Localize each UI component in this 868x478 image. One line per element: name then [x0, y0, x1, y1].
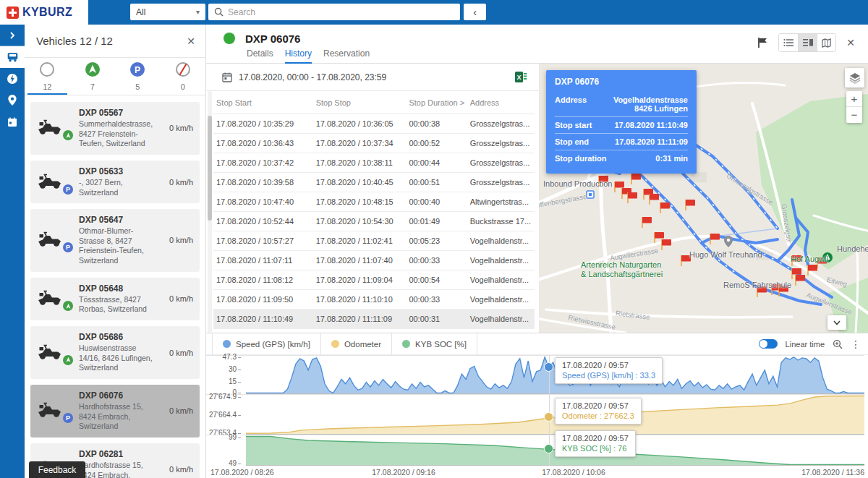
y-tick-label: 27'664.4	[206, 411, 241, 419]
search-category-select[interactable]: All ▾	[130, 4, 205, 20]
stop-cell: Vogelhaldenstr...	[467, 310, 535, 329]
rail-vehicles-item[interactable]	[0, 46, 25, 68]
stop-cell: Vogelhaldenstr...	[467, 270, 535, 290]
rail-planning-item[interactable]	[0, 111, 25, 133]
stop-row[interactable]: 17.08.2020 / 11:07:1117.08.2020 / 11:07:…	[213, 251, 535, 270]
stop-row[interactable]: 17.08.2020 / 10:57:2717.08.2020 / 11:02:…	[213, 231, 535, 251]
stop-row[interactable]: 17.08.2020 / 10:37:4217.08.2020 / 10:38:…	[213, 153, 535, 173]
scooter-icon	[37, 296, 63, 308]
collapse-search-button[interactable]: ‹	[464, 4, 486, 20]
stop-row[interactable]: 17.08.2020 / 10:36:4317.08.2020 / 10:37:…	[213, 134, 535, 153]
split-view-button[interactable]	[798, 34, 817, 51]
odometer-chart[interactable]: 27'674.927'664.427'653.4	[206, 394, 864, 435]
column-header[interactable]: Address	[467, 91, 535, 114]
list-view-button[interactable]	[779, 34, 798, 51]
zoom-in-icon[interactable]	[833, 339, 843, 349]
stop-row[interactable]: 17.08.2020 / 10:52:4417.08.2020 / 10:54:…	[213, 212, 535, 231]
stop-cell: 00:01:49	[406, 212, 467, 231]
scrollbar-thumb[interactable]	[208, 116, 212, 221]
odometer-tooltip-value: Odometer : 27'662.3	[562, 411, 634, 420]
vehicle-list-item[interactable]: DXP 05686 Huswisenstrasse 14/16, 8426 Lu…	[30, 326, 200, 379]
chart-menu-icon[interactable]: ⋮	[851, 338, 861, 350]
y-tick-label: 15	[206, 377, 241, 385]
map-stop-tooltip: DXP 06076 Address Vogelhaldenstrasse 842…	[546, 70, 697, 174]
column-header[interactable]: Stop Start	[213, 91, 313, 114]
search-category-value: All	[136, 7, 145, 17]
zoom-out-button[interactable]: −	[846, 107, 862, 123]
legend-label: Speed (GPS) [km/h]	[236, 340, 310, 349]
vehicle-name: DXP 05686	[79, 332, 158, 342]
date-range[interactable]: 17.08.2020, 00:00 - 17.08.2020, 23:59	[239, 72, 386, 82]
search-bar[interactable]	[208, 4, 460, 20]
table-scrollbar[interactable]	[208, 91, 212, 333]
legend-item[interactable]: Odometer	[321, 333, 392, 354]
linear-time-toggle[interactable]	[759, 339, 778, 349]
legend-dot	[402, 340, 410, 348]
speed-chart[interactable]: 47.330150	[206, 355, 864, 394]
flag-icon[interactable]	[757, 37, 768, 48]
tab-details[interactable]: Details	[247, 48, 273, 64]
filter-moving[interactable]: 7	[70, 58, 116, 95]
column-header[interactable]: Stop Stop	[313, 91, 407, 114]
stop-row[interactable]: 17.08.2020 / 10:47:4017.08.2020 / 10:48:…	[213, 192, 535, 212]
legend-item[interactable]: KYB SOC [%]	[392, 333, 477, 354]
soc-chart[interactable]: 9949	[206, 435, 864, 466]
filter-all-count: 12	[43, 82, 51, 91]
legend-item[interactable]: Speed (GPS) [km/h]	[212, 333, 321, 354]
chevron-down-icon	[833, 320, 841, 325]
linear-time-label: Linear time	[786, 340, 825, 349]
speed-tooltip-date: 17.08.2020 / 09:57	[562, 361, 655, 370]
map-layers-button[interactable]	[845, 68, 864, 88]
tab-reservation[interactable]: Reservation	[323, 48, 370, 64]
filter-parked[interactable]: P 5	[115, 58, 161, 95]
stop-row[interactable]: 17.08.2020 / 11:09:5017.08.2020 / 11:10:…	[213, 290, 535, 310]
y-tick-label: 27'674.9	[206, 393, 241, 401]
filter-all[interactable]: 12	[25, 58, 70, 95]
map[interactable]: Inbound ProductionArtenreich Naturgarten…	[539, 64, 868, 333]
vehicle-address: Hardhofstrasse 15, 8424 Embrach, Switzer…	[79, 461, 158, 478]
stop-cell: 00:00:40	[406, 192, 467, 212]
vehicle-speed: 0 km/h	[163, 349, 193, 357]
view-toggle-group	[778, 33, 836, 52]
excel-export-icon[interactable]: X	[515, 71, 527, 83]
legend-label: KYB SOC [%]	[415, 340, 467, 349]
rail-locations-item[interactable]	[0, 90, 25, 111]
x-axis-label: 17.08.2020 / 10:06	[542, 468, 605, 477]
vehicles-panel-title: Vehicles 12 / 12	[36, 35, 113, 47]
stop-row[interactable]: 17.08.2020 / 10:35:2917.08.2020 / 10:36:…	[213, 114, 535, 134]
y-tick-label: 30	[206, 365, 241, 373]
rail-charging-item[interactable]	[0, 68, 25, 90]
stop-cell: 17.08.2020 / 10:36:43	[213, 134, 313, 153]
vehicle-speed: 0 km/h	[163, 178, 193, 187]
rail-expand-button[interactable]	[0, 25, 25, 46]
map-collapse-button[interactable]	[827, 315, 846, 330]
search-input[interactable]	[228, 7, 454, 17]
feedback-button[interactable]: Feedback	[29, 461, 85, 478]
column-header[interactable]: Stop Duration > ...	[406, 91, 467, 114]
vehicle-list-item[interactable]: P DXP 05633 -, 3027 Bern, Switzerland 0 …	[30, 161, 200, 203]
stop-cell: Vogelhaldenstr...	[467, 251, 535, 270]
vehicle-list-item[interactable]: DXP 05648 Tössstrasse, 8427 Rorbas, Swit…	[30, 278, 200, 320]
vehicle-list: DXP 05567 Summerhaldestrasse, 8427 Freie…	[25, 96, 205, 478]
layers-icon	[849, 72, 861, 84]
tab-history[interactable]: History	[285, 48, 312, 64]
stop-row[interactable]: 17.08.2020 / 10:39:5817.08.2020 / 10:40:…	[213, 173, 535, 192]
stop-row[interactable]: 17.08.2020 / 11:10:4917.08.2020 / 11:11:…	[213, 310, 535, 329]
zoom-in-button[interactable]: +	[846, 91, 862, 107]
stop-cell: 00:00:52	[406, 134, 467, 153]
close-detail-icon[interactable]: ✕	[846, 37, 855, 48]
vehicle-address: Othmar-Blumer-Strasse 8, 8427 Freienstei…	[79, 226, 158, 266]
vehicle-list-item[interactable]: DXP 05567 Summerhaldestrasse, 8427 Freie…	[30, 102, 200, 155]
stop-cell: 17.08.2020 / 10:37:42	[213, 153, 313, 173]
stop-row[interactable]: 17.08.2020 / 11:08:1217.08.2020 / 11:09:…	[213, 270, 535, 290]
close-vehicles-panel-icon[interactable]: ✕	[187, 35, 195, 47]
vehicle-address: Huswisenstrasse 14/16, 8426 Lufingen, Sw…	[79, 343, 158, 373]
stop-cell: 17.08.2020 / 10:48:15	[313, 192, 407, 212]
vehicle-list-item[interactable]: P DXP 05647 Othmar-Blumer-Strasse 8, 842…	[30, 209, 200, 272]
vehicle-list-item[interactable]: P DXP 06076 Hardhofstrasse 15, 8424 Embr…	[30, 385, 200, 438]
tooltip-stop-duration-label: Stop duration	[555, 154, 607, 163]
filter-offline[interactable]: 0	[161, 58, 206, 95]
map-view-button[interactable]	[817, 34, 835, 51]
chevron-down-icon: ▾	[196, 8, 200, 16]
detail-tabs: DetailsHistoryReservation	[247, 48, 370, 64]
